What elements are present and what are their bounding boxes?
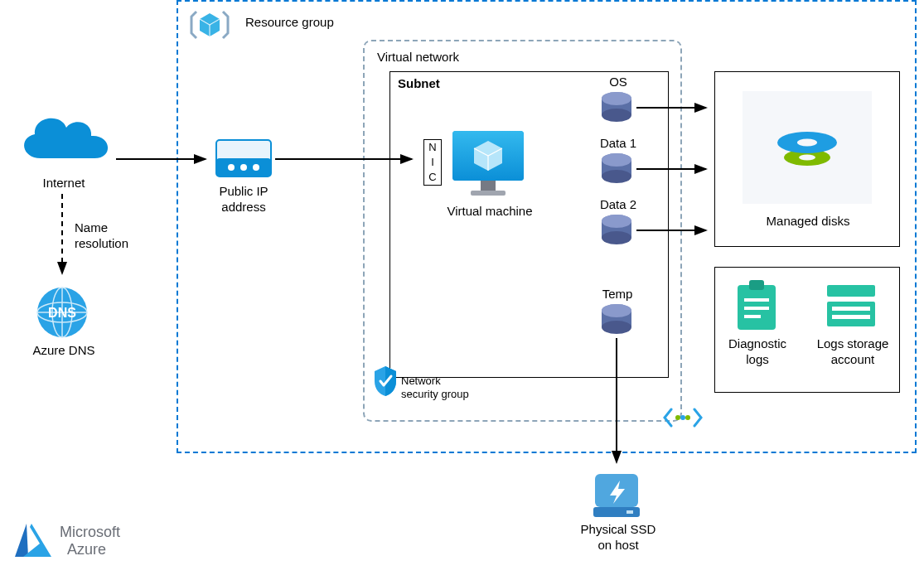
svg-rect-18 — [481, 181, 496, 191]
managed-disks-label: Managed disks — [754, 214, 862, 230]
svg-rect-19 — [471, 191, 506, 196]
arrow-data1-to-md — [636, 162, 714, 176]
svg-text:DNS: DNS — [48, 306, 76, 320]
arrow-internet-to-dns — [50, 194, 75, 285]
disk-data2-label: Data 2 — [593, 197, 643, 213]
nsg-line1: Network — [401, 375, 441, 387]
nsg-line2: security group — [401, 388, 469, 400]
svg-point-28 — [602, 170, 631, 183]
physical-ssd-icon — [590, 471, 643, 520]
virtual-machine-label: Virtual machine — [438, 204, 542, 220]
disk-os-icon — [598, 91, 635, 124]
svg-rect-49 — [744, 315, 761, 318]
azure-dns-icon: DNS — [35, 285, 89, 340]
svg-point-24 — [602, 109, 631, 122]
diagnostic-logs-label: Diagnostic logs — [723, 336, 792, 368]
arrow-temp-to-ssd — [610, 338, 623, 472]
name-resolution-line2: resolution — [75, 236, 128, 250]
svg-point-13 — [253, 164, 259, 171]
microsoft-azure-logo — [12, 519, 58, 562]
svg-point-32 — [602, 231, 631, 244]
azure-dns-label: Azure DNS — [27, 343, 101, 359]
disk-os-label: OS — [602, 75, 635, 90]
ls-line1: Logs storage — [817, 336, 889, 350]
public-ip-label: Public IP address — [210, 184, 277, 215]
subnet-label: Subnet — [398, 76, 440, 90]
arrow-data2-to-md — [636, 224, 714, 237]
nic-n: N — [424, 140, 441, 155]
physical-ssd-label: Physical SSD on host — [578, 522, 658, 553]
name-resolution-label: Name resolution — [75, 220, 128, 252]
svg-rect-47 — [744, 298, 769, 302]
public-ip-line1: Public IP — [219, 184, 268, 198]
svg-point-25 — [602, 92, 631, 105]
arrow-internet-to-publicip — [116, 152, 214, 166]
nsg-shield-icon — [371, 365, 399, 398]
svg-point-55 — [680, 415, 685, 420]
disk-temp-icon — [598, 303, 635, 336]
svg-rect-48 — [744, 307, 769, 310]
diag-line2: logs — [746, 352, 769, 366]
svg-rect-50 — [827, 285, 875, 297]
svg-point-11 — [228, 164, 235, 171]
internet-label: Internet — [35, 176, 93, 191]
svg-point-44 — [797, 139, 817, 147]
disk-data2-icon — [598, 214, 635, 247]
arrow-publicip-to-nic — [275, 152, 420, 166]
disk-temp-label: Temp — [597, 287, 638, 302]
public-ip-icon — [215, 138, 273, 181]
svg-rect-52 — [832, 307, 870, 311]
arrow-os-to-md — [636, 101, 714, 114]
svg-rect-46 — [749, 280, 764, 290]
internet-cloud-icon — [12, 104, 119, 175]
svg-point-33 — [602, 215, 631, 228]
vnet-peering-icon — [663, 406, 703, 429]
public-ip-line2: address — [221, 200, 265, 214]
nic-c: C — [424, 170, 441, 185]
disk-data1-icon — [598, 152, 635, 186]
svg-point-12 — [240, 164, 247, 171]
managed-disks-icon — [769, 124, 845, 174]
svg-point-54 — [675, 415, 680, 420]
virtual-network-label: Virtual network — [377, 50, 459, 65]
svg-point-36 — [602, 321, 631, 334]
ls-line2: account — [831, 352, 875, 366]
resource-group-label: Resource group — [245, 15, 334, 31]
msazure-line1: Microsoft — [60, 524, 120, 540]
resource-group-icon — [186, 5, 233, 45]
ssd-line1: Physical SSD — [581, 522, 656, 536]
logs-storage-label: Logs storage account — [812, 336, 893, 368]
nic-box: N I C — [423, 139, 442, 186]
svg-rect-60 — [626, 510, 633, 514]
nsg-label: Network security group — [401, 375, 469, 402]
svg-point-37 — [602, 304, 631, 317]
svg-point-42 — [799, 155, 815, 161]
diagnostic-logs-icon — [733, 278, 781, 333]
ssd-line2: on host — [597, 538, 638, 552]
svg-rect-51 — [827, 302, 875, 326]
svg-rect-53 — [832, 315, 870, 319]
virtual-machine-icon — [447, 128, 529, 202]
msazure-line2: Azure — [67, 541, 106, 558]
diag-line1: Diagnostic — [728, 336, 786, 350]
svg-point-29 — [602, 153, 631, 167]
disk-data1-label: Data 1 — [593, 136, 643, 152]
name-resolution-line1: Name — [75, 220, 108, 234]
logs-storage-icon — [824, 282, 878, 330]
nic-i: I — [424, 155, 441, 170]
microsoft-azure-label: Microsoft Azure — [60, 524, 120, 558]
svg-point-56 — [685, 415, 690, 420]
